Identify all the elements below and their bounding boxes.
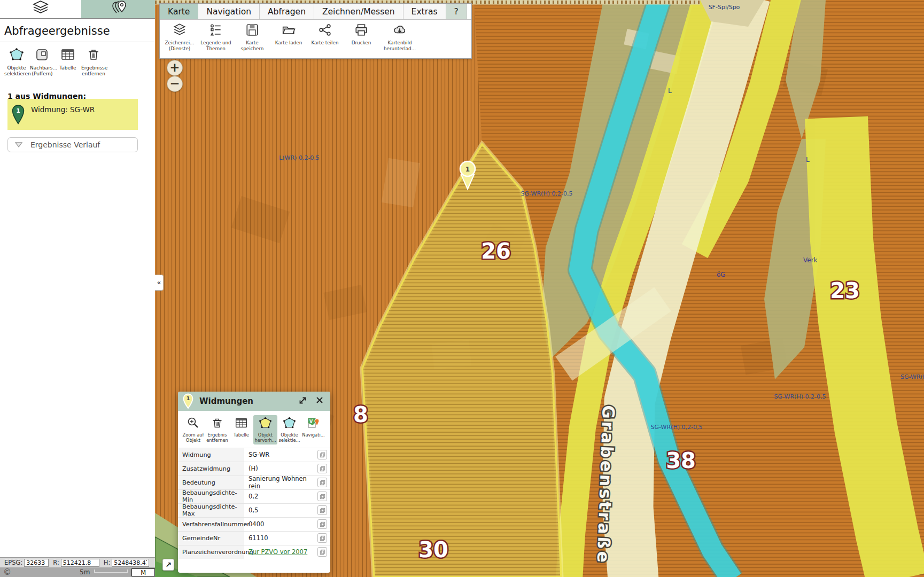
svg-text:1: 1 — [187, 395, 190, 401]
load-map-button[interactable]: Karte laden — [272, 23, 305, 52]
svg-text:L: L — [668, 87, 672, 95]
tab-extras[interactable]: Extras — [403, 4, 446, 19]
tab-query-results[interactable] — [81, 0, 155, 18]
copy-icon[interactable] — [317, 478, 327, 487]
cloud-download-icon — [393, 23, 407, 37]
remove-result-button[interactable]: Ergebnis entfernen — [205, 415, 229, 445]
copy-icon[interactable] — [317, 464, 327, 473]
tab-help[interactable]: ? — [446, 4, 467, 19]
svg-text:Verk: Verk — [803, 256, 818, 264]
coordinate-statusbar: EPSG: R: H: — [0, 557, 155, 567]
tab-navigation[interactable]: Navigation — [198, 4, 260, 19]
copy-icon[interactable] — [317, 492, 327, 501]
highlight-polygon-icon — [259, 416, 272, 430]
epsg-input[interactable] — [24, 559, 49, 567]
svg-text:V: V — [309, 419, 313, 424]
map-toolbar-panel: Karte Navigation Abfragen Zeichnen/Messe… — [159, 3, 472, 59]
select-objects-button[interactable]: Objekte selektie... — [277, 415, 301, 445]
zoom-out-button[interactable]: − — [167, 76, 183, 92]
share-map-button[interactable]: Karte teilen — [308, 23, 341, 52]
svg-text:1: 1 — [16, 107, 20, 114]
save-icon — [245, 23, 259, 37]
services-button[interactable]: Zeichenrei... (Dienste) — [163, 23, 196, 52]
legend-button[interactable]: Legende und Themen — [199, 23, 232, 52]
sidebar-tabbar — [0, 0, 155, 19]
highlight-object-button[interactable]: Objekt hervorh... — [253, 415, 277, 445]
tab-layers[interactable] — [0, 0, 81, 18]
svg-text:SG-WR(H) 0,2-0,5: SG-WR(H) 0,2-0,5 — [774, 393, 826, 400]
copy-icon[interactable] — [317, 533, 327, 543]
pzvo-link[interactable]: Zur PZVO vor 2007 — [244, 548, 317, 556]
navigation-map-icon: V — [307, 416, 320, 430]
share-icon — [318, 23, 332, 37]
table-row: Verfahrensfallnummer 0400 — [178, 517, 330, 531]
svg-text:L: L — [806, 156, 810, 163]
tab-karte[interactable]: Karte — [160, 4, 198, 19]
dialog-close-icon[interactable] — [313, 396, 326, 407]
attribute-table: Widmung SG-WR Zusatzwidmung (H) Bedeutun… — [178, 448, 330, 559]
gis-application: Abfrageergebnisse Objekte selektieren Na… — [0, 0, 924, 577]
copy-icon[interactable] — [317, 450, 327, 459]
result-count-header: 1 aus Widmungen: — [0, 79, 155, 100]
tab-abfragen[interactable]: Abfragen — [260, 4, 314, 19]
zoom-in-button[interactable]: + — [167, 60, 183, 76]
svg-text:30: 30 — [418, 537, 448, 562]
table-button[interactable]: Tabelle — [56, 48, 80, 77]
svg-text:26: 26 — [481, 239, 511, 263]
select-polygon-icon — [9, 48, 24, 61]
map-scale-value[interactable]: M 1:250 — [131, 568, 155, 576]
results-history-accordion[interactable]: Ergebnisse Verlauf — [7, 137, 138, 152]
results-toolbar: Objekte selektieren Nachbars... (Puffern… — [0, 42, 155, 79]
result-item-label: Widmung: SG-WR — [31, 105, 95, 114]
table-row: Bedeutung Sanierung Wohnen rein — [178, 475, 330, 489]
copy-icon[interactable] — [317, 547, 327, 557]
scalebar-line — [94, 570, 128, 573]
sidebar-collapse-handle[interactable]: « — [155, 275, 164, 291]
svg-text:öG: öG — [717, 271, 726, 278]
copy-icon[interactable] — [317, 519, 327, 529]
h-label: H: — [104, 559, 111, 566]
save-map-button[interactable]: Karte speichern — [236, 23, 269, 52]
result-item-widmung[interactable]: 1 Widmung: SG-WR — [7, 99, 138, 130]
buffer-icon — [35, 48, 50, 61]
h-coordinate-input[interactable] — [112, 559, 149, 567]
dialog-header[interactable]: 1 Widmungen — [178, 392, 330, 411]
svg-text:SG-WR(H) 0,2-0,5: SG-WR(H) 0,2-0,5 — [651, 424, 703, 431]
map-viewport[interactable]: L(WR) 0,2-0,5 SG-WR(H) 0,2-0,5 SG-WR(H) … — [155, 0, 924, 577]
tab-zeichnen-messen[interactable]: Zeichnen/Messen — [314, 4, 403, 19]
table-row: GemeindeNr 61110 — [178, 531, 330, 545]
navigate-button[interactable]: V Navigati... — [301, 415, 325, 445]
table-row: Bebauungsdichte-Min 0,2 — [178, 489, 330, 503]
table-row: Planzeichenverordnung Zur PZVO vor 2007 — [178, 545, 330, 559]
dialog-toolbar: Zoom auf Objekt Ergebnis entfernen — [178, 411, 330, 446]
remove-results-button[interactable]: Ergebnisse entfernen — [81, 48, 106, 77]
dialog-expand-icon[interactable] — [296, 396, 309, 407]
dialog-title: Widmungen — [199, 396, 296, 406]
legend-icon — [209, 23, 223, 37]
pan-arrow-button[interactable]: ↗ — [162, 559, 174, 571]
table-icon — [60, 48, 75, 61]
download-map-image-button[interactable]: Kartenbild herunterlad... — [381, 23, 418, 52]
svg-text:L(WR) 0,2-0,5: L(WR) 0,2-0,5 — [279, 154, 320, 161]
svg-text:38: 38 — [666, 448, 696, 473]
sidebar-results-panel: Abfrageergebnisse Objekte selektieren Na… — [0, 0, 155, 557]
print-button[interactable]: Drucken — [345, 23, 378, 52]
table-row: Bebauungsdichte-Max 0,5 — [178, 503, 330, 517]
buffer-button[interactable]: Nachbars... (Puffern) — [30, 48, 55, 77]
svg-text:23: 23 — [830, 278, 860, 303]
table-button[interactable]: Tabelle — [229, 415, 253, 445]
widmungen-dialog: 1 Widmungen — [178, 392, 330, 573]
svg-text:SG-WR(H) 0,2-0,5: SG-WR(H) 0,2-0,5 — [900, 373, 924, 380]
scalebar-label: 5m — [80, 568, 90, 576]
epsg-label: EPSG: — [4, 559, 22, 566]
copyright-icon[interactable]: © — [3, 567, 11, 577]
map-pins-icon — [108, 0, 128, 18]
layers-icon — [32, 0, 50, 18]
r-coordinate-input[interactable] — [61, 559, 99, 567]
svg-text:8: 8 — [353, 402, 368, 427]
table-icon — [235, 416, 248, 430]
copy-icon[interactable] — [317, 505, 327, 515]
svg-text:1: 1 — [465, 166, 470, 173]
select-objects-button[interactable]: Objekte selektieren — [4, 48, 29, 77]
zoom-to-object-button[interactable]: Zoom auf Objekt — [181, 415, 205, 445]
